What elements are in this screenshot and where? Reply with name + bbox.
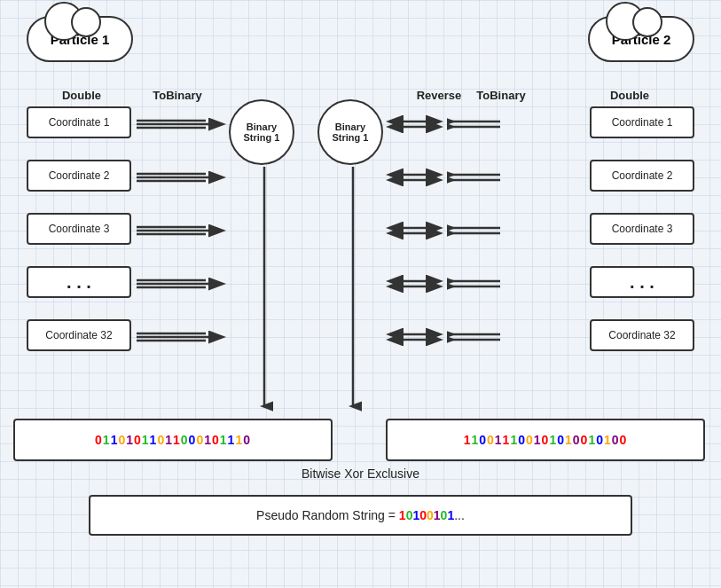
arrow-down-left (255, 165, 273, 413)
arrow-left-dots (135, 275, 229, 293)
binary-right-text: 110011100101010010100 (464, 433, 628, 447)
coord-left-3: Coordinate 3 (27, 213, 131, 245)
coord-left-1: Coordinate 1 (27, 106, 131, 138)
header-double-left: Double (37, 89, 126, 102)
coord-right-2: Coordinate 2 (590, 160, 694, 192)
arrow-left-2 (135, 169, 229, 186)
arrow-tobinary-right-2 (447, 169, 505, 186)
cloud-particle1: Particle 1 (27, 16, 133, 62)
cloud-particle2: Particle 2 (588, 16, 694, 62)
coord-right-3: Coordinate 3 (590, 213, 694, 245)
main-diagram: Particle 1 Particle 2 Double ToBinary Re… (0, 0, 721, 588)
cloud1-label: Particle 1 (51, 32, 110, 47)
binary-left-text: 01101011011000101110 (95, 433, 251, 447)
arrow-tobinary-right-3 (447, 222, 505, 239)
header-double-right: Double (581, 89, 678, 102)
arrow-down-right (344, 165, 362, 413)
arrow-reverse-32 (386, 328, 443, 346)
pseudo-random-text: Pseudo Random String = 10100101... (256, 508, 465, 522)
arrow-left-1 (135, 115, 229, 133)
coord-right-1: Coordinate 1 (590, 106, 694, 138)
header-reverse: Reverse (408, 89, 470, 102)
coord-right-32: Coordinate 32 (590, 319, 694, 351)
arrow-tobinary-right-dots (447, 275, 505, 293)
arrow-left-3 (135, 222, 229, 239)
binary-box-left: 01101011011000101110 (13, 419, 333, 461)
binary-box-right: 110011100101010010100 (386, 419, 705, 461)
header-tobinary-left: ToBinary (146, 89, 208, 102)
arrow-tobinary-right-32 (447, 328, 505, 346)
coord-right-dots: . . . (590, 266, 694, 298)
arrow-reverse-2 (386, 169, 443, 186)
pseudo-random-box: Pseudo Random String = 10100101... (89, 495, 632, 536)
coord-left-32: Coordinate 32 (27, 319, 131, 351)
header-tobinary-right: ToBinary (470, 89, 532, 102)
arrow-reverse-1 (386, 115, 443, 133)
arrow-reverse-3 (386, 222, 443, 239)
circle-binary-string-1-left: BinaryString 1 (229, 99, 294, 165)
coord-left-dots: . . . (27, 266, 131, 298)
arrow-reverse-dots (386, 275, 443, 293)
arrow-left-32 (135, 328, 229, 346)
xor-label: Bitwise Xor Exclusive (0, 466, 721, 481)
arrow-tobinary-right-1 (447, 115, 505, 133)
cloud2-label: Particle 2 (612, 32, 671, 47)
circle-binary-string-1-right: BinaryString 1 (317, 99, 383, 165)
coord-left-2: Coordinate 2 (27, 160, 131, 192)
